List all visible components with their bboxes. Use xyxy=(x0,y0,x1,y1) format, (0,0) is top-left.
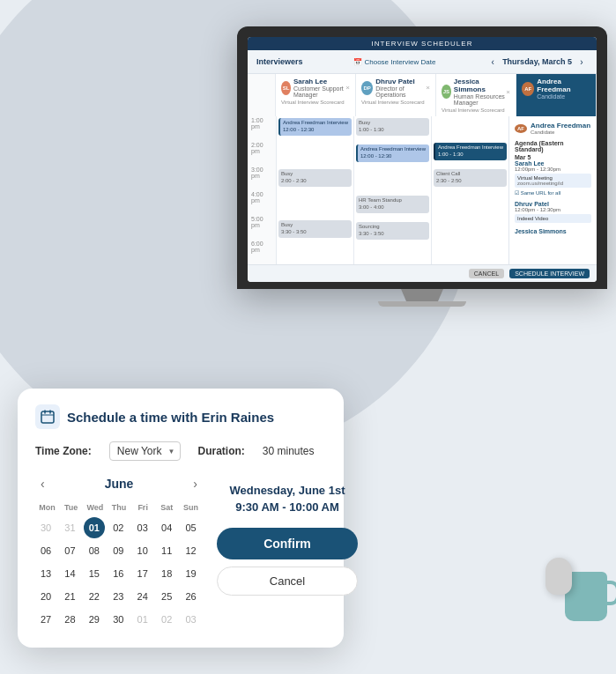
close-sarah[interactable]: × xyxy=(345,84,350,92)
prev-date-button[interactable]: ‹ xyxy=(486,56,499,68)
event-dhruv-interview[interactable]: Andrea Freedman Interview12:00 - 12:30 xyxy=(356,144,429,162)
monitor-base xyxy=(378,301,466,307)
agenda-dhruv-name: Dhruv Patel xyxy=(515,201,591,207)
cal-day-23[interactable]: 23 xyxy=(108,586,129,607)
schedule-dialog: Schedule a time with Erin Raines Time Zo… xyxy=(18,389,344,648)
cal-day-05[interactable]: 05 xyxy=(181,517,202,538)
cal-day-29[interactable]: 29 xyxy=(84,609,105,630)
cal-day-01-next[interactable]: 01 xyxy=(132,609,153,630)
jessica-title: Human Resources Manager xyxy=(454,93,506,106)
selected-date-display: Wednesday, June 1st xyxy=(229,484,345,497)
monitor-header: Interviewers 📅 Choose Interview Date ‹ T… xyxy=(248,50,597,74)
cal-day-01[interactable]: 01 xyxy=(84,517,105,538)
event-jessica-call: Client Call2:30 - 2:50 xyxy=(434,169,507,187)
next-month-button[interactable]: › xyxy=(188,475,203,493)
calendar-weekdays: Mon Tue Wed Thu Fri Sat Sun xyxy=(35,501,203,514)
cal-day-04[interactable]: 04 xyxy=(156,517,177,538)
interviewer-col-sarah: SL Sarah Lee Customer Support Manager × … xyxy=(276,74,356,116)
cal-day-20[interactable]: 20 xyxy=(35,586,56,607)
wd-tue: Tue xyxy=(59,501,83,514)
cal-day-21[interactable]: 21 xyxy=(59,586,80,607)
monitor-footer: CANCEL SCHEDULE INTERVIEW xyxy=(248,264,597,282)
cal-day-22[interactable]: 22 xyxy=(84,586,105,607)
monitor-body: INTERVIEW SCHEDULER Interviewers 📅 Choos… xyxy=(237,26,607,289)
mouse-decoration xyxy=(545,558,572,595)
event-sarah-busy1: Busy2:00 - 2:30 xyxy=(278,169,352,187)
wd-sun: Sun xyxy=(179,501,203,514)
timezone-select[interactable]: New York xyxy=(109,441,181,461)
prev-month-button[interactable]: ‹ xyxy=(35,475,50,493)
dhruv-scorecard: Virtual Interview Scorecard xyxy=(361,100,430,105)
agenda-jessica-name: Jessica Simmons xyxy=(515,228,591,234)
cal-day-25[interactable]: 25 xyxy=(156,586,177,607)
cancel-button[interactable]: Cancel xyxy=(217,567,358,596)
candidate-col-andrea: AF Andrea Freedman Candidate xyxy=(516,74,597,116)
cal-day-30[interactable]: 30 xyxy=(108,609,129,630)
dialog-body: ‹ June › Mon Tue Wed Thu Fri Sat Sun 30 … xyxy=(35,475,326,630)
agenda-dhruv-meeting: Indeed Video xyxy=(515,214,591,223)
duration-value: 30 minutes xyxy=(263,445,315,457)
cal-day-02[interactable]: 02 xyxy=(108,517,129,538)
confirm-button[interactable]: Confirm xyxy=(217,528,358,559)
jessica-slot-3: Client Call2:30 - 2:50 xyxy=(432,169,508,194)
cal-day-17[interactable]: 17 xyxy=(132,563,153,584)
sarah-scorecard: Virtual Interview Scorecard xyxy=(281,100,350,105)
sarah-slot-3: Busy2:00 - 2:30 xyxy=(277,169,353,194)
calendar-days: 30 31 01 02 03 04 05 06 07 08 09 10 11 1… xyxy=(35,517,203,630)
cal-day-02-next[interactable]: 02 xyxy=(156,609,177,630)
cal-day-14[interactable]: 14 xyxy=(59,563,80,584)
agenda-sidebar: AF Andrea Freedman Candidate Agenda (Eas… xyxy=(508,116,597,264)
interviewer-col-jessica: JS Jessica Simmons Human Resources Manag… xyxy=(436,74,516,116)
cal-day-08[interactable]: 08 xyxy=(84,540,105,561)
cal-day-12[interactable]: 12 xyxy=(181,540,202,561)
cal-day-27[interactable]: 27 xyxy=(35,609,56,630)
sarah-events-col: Andrea Freedman Interview12:00 - 12:30 B… xyxy=(276,116,353,264)
cal-day-06[interactable]: 06 xyxy=(35,540,56,561)
column-headers: SL Sarah Lee Customer Support Manager × … xyxy=(248,74,597,116)
andrea-title: Candidate xyxy=(537,93,590,100)
cal-day-24[interactable]: 24 xyxy=(132,586,153,607)
time-4pm: 4:00 pm xyxy=(251,190,272,215)
dialog-title: Schedule a time with Erin Raines xyxy=(67,410,274,425)
sarah-slot-1: Andrea Freedman Interview12:00 - 12:30 xyxy=(277,118,353,143)
cal-day-13[interactable]: 13 xyxy=(35,563,56,584)
cal-day-03-next[interactable]: 03 xyxy=(181,609,202,630)
cal-day-07[interactable]: 07 xyxy=(59,540,80,561)
event-sarah-busy2: Busy3:30 - 3:50 xyxy=(278,220,352,238)
schedule-interview-button[interactable]: SCHEDULE INTERVIEW xyxy=(509,269,590,278)
dialog-options: Time Zone: New York Duration: 30 minutes xyxy=(35,441,326,461)
next-date-button[interactable]: › xyxy=(575,56,588,68)
cancel-interview-button[interactable]: CANCEL xyxy=(469,269,504,278)
cal-day-31-prev[interactable]: 31 xyxy=(59,517,80,538)
timezone-value: New York xyxy=(117,445,162,457)
andrea-sidebar-name: Andrea Freedman xyxy=(531,122,590,130)
cal-day-30-prev[interactable]: 30 xyxy=(35,517,56,538)
close-dhruv[interactable]: × xyxy=(426,84,430,92)
cal-day-28[interactable]: 28 xyxy=(59,609,80,630)
wd-fri: Fri xyxy=(131,501,155,514)
cal-day-03[interactable]: 03 xyxy=(132,517,153,538)
cal-day-16[interactable]: 16 xyxy=(108,563,129,584)
cal-day-18[interactable]: 18 xyxy=(156,563,177,584)
jessica-slot-1 xyxy=(432,116,508,141)
cal-day-19[interactable]: 19 xyxy=(181,563,202,584)
cal-day-15[interactable]: 15 xyxy=(84,563,105,584)
time-5pm: 5:00 pm xyxy=(251,215,272,240)
calendar-grid-dialog: Mon Tue Wed Thu Fri Sat Sun 30 31 01 02 … xyxy=(35,501,203,630)
agenda-sarah-time: 12:00pm - 12:30pm xyxy=(515,167,591,172)
cal-day-09[interactable]: 09 xyxy=(108,540,129,561)
agenda-date: Mar 5 xyxy=(515,154,591,160)
cal-day-11[interactable]: 11 xyxy=(156,540,177,561)
close-jessica[interactable]: × xyxy=(506,88,510,96)
event-sarah-interview[interactable]: Andrea Freedman Interview12:00 - 12:30 xyxy=(278,118,352,136)
event-jessica-interview[interactable]: Andrea Freedman Interview1:00 - 1:30 xyxy=(434,143,507,160)
agenda-label: Agenda (Eastern Standard) xyxy=(515,140,591,152)
calendar-icon-svg xyxy=(41,410,55,424)
event-dhruv-busy1: Busy1:00 - 1:30 xyxy=(356,118,429,136)
cal-day-26[interactable]: 26 xyxy=(181,586,202,607)
agenda-jessica: Jessica Simmons xyxy=(515,228,591,234)
same-url-checkbox[interactable]: ☑ Same URL for all xyxy=(515,189,591,196)
monitor-top-bar: INTERVIEW SCHEDULER xyxy=(248,37,597,50)
sarah-slot-5: Busy3:30 - 3:50 xyxy=(277,220,353,245)
cal-day-10[interactable]: 10 xyxy=(132,540,153,561)
